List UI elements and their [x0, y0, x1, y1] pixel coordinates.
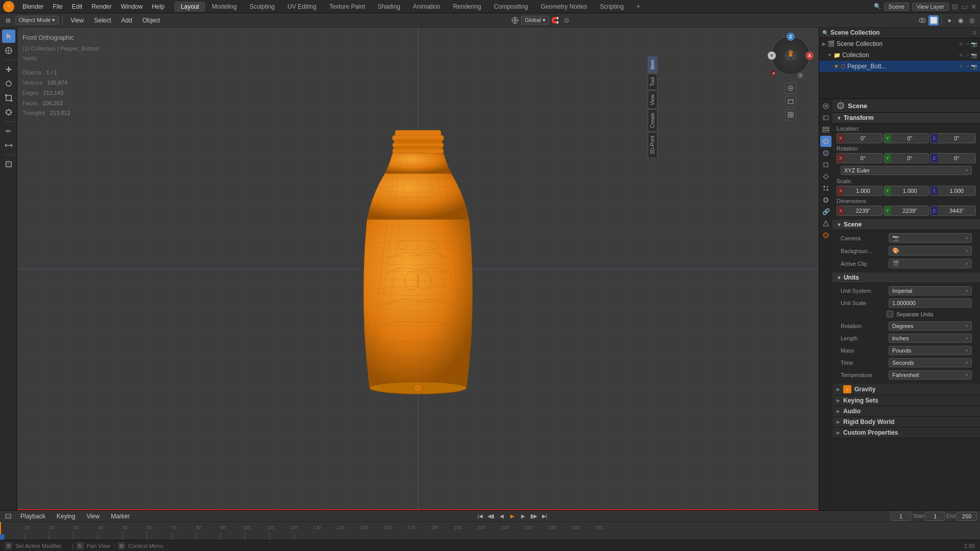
tab-uv-editing[interactable]: UV Editing [281, 2, 323, 12]
tab-tool[interactable]: Tool [648, 73, 657, 90]
menu-help[interactable]: Help [148, 2, 168, 11]
tab-create[interactable]: Create [648, 109, 657, 132]
prev-keyframe-btn[interactable]: ◀▮ [486, 512, 496, 521]
loc-x-field[interactable]: X 0" [837, 133, 883, 143]
play-btn[interactable]: ▶ [508, 512, 517, 521]
scale-z-field[interactable]: Z 1.000 [930, 186, 976, 196]
next-frame-btn[interactable]: ▶ [519, 512, 528, 521]
mass-unit-dropdown[interactable]: Pounds ▾ [889, 346, 972, 355]
menu-window[interactable]: Window [117, 2, 147, 11]
particles-props-icon[interactable] [820, 183, 831, 194]
scale-x-field[interactable]: X 1.000 [837, 186, 883, 196]
snap-icon[interactable]: 🧲 [550, 15, 560, 26]
rotate-tool[interactable] [2, 77, 15, 90]
render-shading-icon[interactable]: ◎ [967, 15, 977, 26]
gizmo-x-axis[interactable]: X [805, 52, 814, 60]
dim-y-field[interactable]: Y 2239" [884, 206, 929, 216]
tab-scripting[interactable]: Scripting [594, 2, 630, 12]
view-perspective-btn[interactable] [785, 96, 796, 107]
tab-add[interactable]: + [630, 2, 646, 12]
view-layer-selector[interactable]: View Layer [912, 3, 949, 11]
gizmo-xn-axis[interactable]: -X [770, 70, 776, 76]
temperature-unit-dropdown[interactable]: Fahrenheit ▾ [889, 370, 972, 380]
global-transform-icon[interactable] [510, 15, 520, 26]
loc-z-field[interactable]: Z 0" [930, 133, 976, 143]
menu-file[interactable]: File [48, 2, 66, 11]
gravity-section[interactable]: ▶ ↓ Gravity [832, 384, 980, 395]
overlay-icon[interactable] [917, 15, 927, 26]
modifier-props-icon[interactable] [820, 171, 831, 182]
next-keyframe-btn[interactable]: ▮▶ [529, 512, 538, 521]
audio-section[interactable]: ▶ Audio [832, 406, 980, 417]
header-select[interactable]: Select [90, 16, 115, 25]
tab-geometry-nodes[interactable]: Geometry Nodes [535, 2, 594, 12]
annotate-tool[interactable]: ✏ [2, 124, 15, 138]
units-section-header[interactable]: ▼ Units [832, 272, 980, 283]
outliner-collection[interactable]: ▼ 📁 Collection 👁 ↗ 📷 [819, 49, 980, 61]
rotation-gizmo[interactable]: X Y Z -X -Y [768, 33, 814, 79]
material-props-icon[interactable] [820, 230, 831, 241]
scale-y-field[interactable]: Y 1.000 [884, 186, 929, 196]
current-frame-input[interactable]: 1 [891, 512, 911, 521]
active-clip-dropdown[interactable]: 🎬 ▾ [889, 259, 972, 268]
custom-properties-section[interactable]: ▶ Custom Properties [832, 428, 980, 438]
move-tool[interactable] [2, 63, 15, 76]
rotation-mode-dropdown[interactable]: XYZ Euler ▾ [841, 166, 972, 175]
view-all-btn[interactable] [785, 109, 796, 120]
render-props-icon[interactable] [820, 101, 831, 112]
global-selector[interactable]: Global ▾ [521, 16, 549, 24]
prev-frame-btn[interactable]: ◀ [497, 512, 506, 521]
camera-dropdown[interactable]: 📷 ▾ [889, 233, 972, 243]
tab-shading[interactable]: Shading [372, 2, 406, 12]
scene-selector[interactable]: Scene [884, 3, 909, 11]
constraints-props-icon[interactable]: 🔗 [820, 206, 831, 217]
view-layer-props-icon[interactable] [820, 124, 831, 135]
proportional-icon[interactable]: ⊙ [561, 15, 572, 26]
tab-3dprint[interactable]: 3D-Print [648, 132, 657, 158]
dim-x-field[interactable]: X 2239" [837, 206, 883, 216]
measure-tool[interactable] [2, 139, 15, 152]
keying-sets-section[interactable]: ▶ Keying Sets [832, 395, 980, 406]
zoom-camera-btn[interactable] [785, 83, 796, 94]
gizmo-yn-axis[interactable]: -Y [797, 72, 803, 79]
length-unit-dropdown[interactable]: Inches ▾ [889, 334, 972, 343]
scale-tool[interactable] [2, 91, 15, 105]
tab-compositing[interactable]: Compositing [488, 2, 534, 12]
rotation-unit-dropdown[interactable]: Degrees ▾ [889, 321, 972, 331]
timeline-view-menu[interactable]: View [82, 512, 104, 521]
object-props-icon[interactable] [820, 159, 831, 170]
gizmo-y-axis[interactable]: Y [768, 52, 776, 60]
transform-tool[interactable] [2, 106, 15, 119]
rot-x-field[interactable]: X 0° [837, 153, 883, 163]
transform-section-header[interactable]: ▼ Transform [832, 113, 980, 123]
rot-z-field[interactable]: Z 0° [930, 153, 976, 163]
tab-texture-paint[interactable]: Texture Paint [323, 2, 371, 12]
rot-y-field[interactable]: Y 0° [884, 153, 929, 163]
header-add[interactable]: Add [117, 16, 136, 25]
time-unit-dropdown[interactable]: Seconds ▾ [889, 358, 972, 367]
jump-end-btn[interactable]: ▶| [540, 512, 549, 521]
material-shading-icon[interactable]: ◉ [955, 15, 966, 26]
loc-y-field[interactable]: Y 0" [884, 133, 929, 143]
data-props-icon[interactable] [820, 218, 831, 229]
gizmo-z-axis[interactable]: Z [787, 33, 795, 41]
tab-sculpting[interactable]: Sculpting [243, 2, 281, 12]
tab-item[interactable]: Item [648, 56, 657, 73]
outliner-scene-collection[interactable]: ▶ 🎬 Scene Collection 👁 ↗ 📷 [819, 38, 980, 49]
background-dropdown[interactable]: 🎨 ▾ [889, 246, 972, 256]
tab-rendering[interactable]: Rendering [447, 2, 487, 12]
world-props-icon[interactable] [820, 147, 831, 159]
timeline-playback-menu[interactable]: Playback [16, 512, 50, 521]
header-object[interactable]: Object [138, 16, 164, 25]
tab-view[interactable]: View [648, 91, 657, 109]
scene-props-icon[interactable] [820, 136, 831, 147]
jump-start-btn[interactable]: |◀ [476, 512, 485, 521]
viewport-3d[interactable]: Front Orthographic (1) Collection | Pepp… [17, 28, 819, 510]
timeline-keying-menu[interactable]: Keying [53, 512, 80, 521]
timeline-ruler[interactable]: 10 20 30 40 50 60 70 80 90 100 110 120 1… [0, 522, 980, 540]
unit-scale-input[interactable]: 1.000000 [889, 298, 972, 308]
physics-props-icon[interactable] [820, 194, 831, 206]
outliner-object-pepper[interactable]: ▼ ⬡ Pepper_Bott... 👁 ↗ 📷 [819, 61, 980, 72]
separate-units-checkbox[interactable] [887, 311, 893, 317]
solid-shading-icon[interactable]: ● [944, 15, 954, 26]
